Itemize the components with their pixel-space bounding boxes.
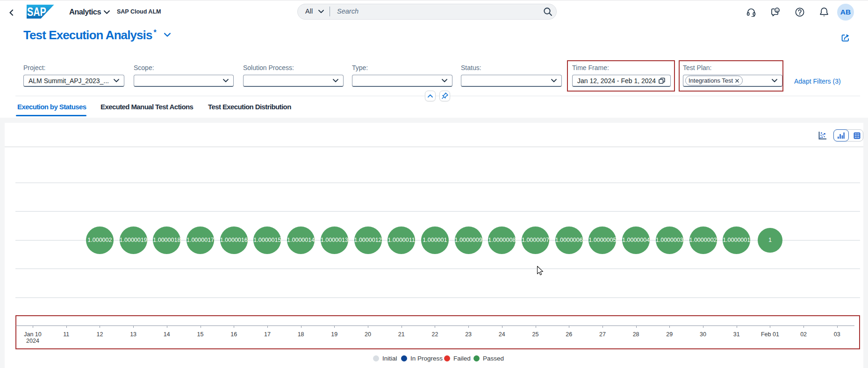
svg-text:SAP: SAP xyxy=(27,5,46,19)
